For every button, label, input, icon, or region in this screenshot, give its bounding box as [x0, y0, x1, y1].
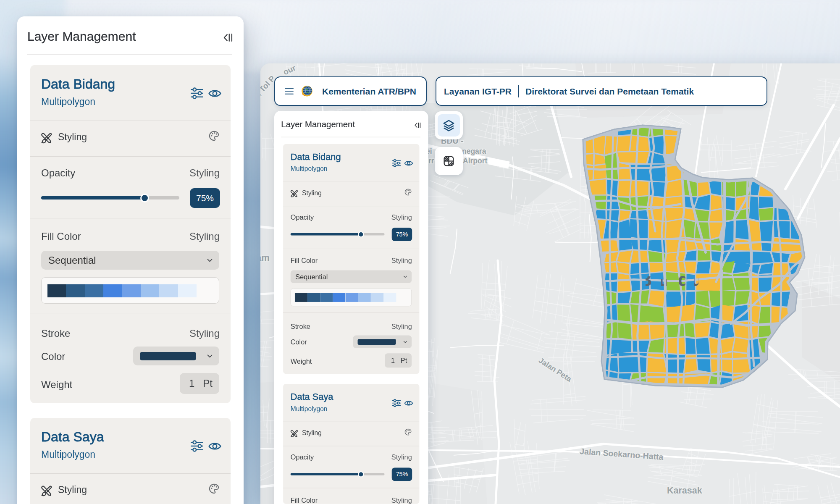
svg-text:Karasak: Karasak — [667, 486, 702, 496]
svg-text:am: am — [260, 252, 270, 263]
svg-text:Airport: Airport — [463, 157, 488, 165]
svg-text:negara: negara — [462, 147, 486, 155]
svg-text:rr: rr — [428, 157, 434, 165]
